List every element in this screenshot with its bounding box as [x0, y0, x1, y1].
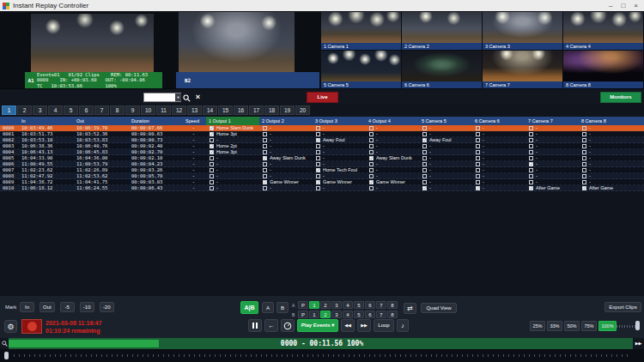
- zoom-slider-handle[interactable]: [635, 321, 640, 330]
- event-row-0010[interactable]: 001011:06:18.1211:06:24.5500:00:06.43---…: [0, 185, 644, 191]
- event-checkbox[interactable]: [422, 144, 427, 148]
- event-checkbox[interactable]: [582, 174, 586, 178]
- event-checkbox[interactable]: [582, 186, 586, 190]
- event-checkbox[interactable]: [369, 180, 374, 184]
- tab-7[interactable]: 7: [94, 106, 109, 115]
- event-checkbox[interactable]: [210, 174, 214, 178]
- record-button[interactable]: [21, 319, 42, 334]
- event-checkbox[interactable]: [582, 150, 586, 154]
- event-checkbox[interactable]: [422, 168, 427, 172]
- play-events-button[interactable]: Play Events ▾: [297, 319, 338, 332]
- monitor-a-video[interactable]: [31, 14, 154, 72]
- event-checkbox[interactable]: [369, 174, 374, 178]
- event-checkbox[interactable]: [529, 132, 533, 136]
- event-checkbox[interactable]: [263, 156, 267, 160]
- event-checkbox[interactable]: [369, 168, 374, 172]
- tape-button-Out[interactable]: Out: [39, 302, 55, 312]
- event-checkbox[interactable]: [582, 126, 586, 130]
- bankA-button-6[interactable]: 6: [365, 301, 375, 309]
- event-checkbox[interactable]: [582, 144, 586, 148]
- event-checkbox[interactable]: [263, 180, 267, 184]
- event-checkbox[interactable]: [529, 144, 533, 148]
- export-clips-button[interactable]: Export Clips: [605, 302, 641, 312]
- event-checkbox[interactable]: [369, 150, 374, 154]
- minimize-button[interactable]: –: [609, 2, 612, 9]
- event-checkbox[interactable]: [476, 162, 480, 166]
- event-checkbox[interactable]: [476, 168, 480, 172]
- event-checkbox[interactable]: [422, 162, 427, 166]
- event-checkbox[interactable]: [263, 162, 267, 166]
- event-checkbox[interactable]: [476, 144, 480, 148]
- event-checkbox[interactable]: [422, 150, 427, 154]
- camera-thumbnail-5[interactable]: 5 Camera 5: [321, 50, 402, 88]
- event-checkbox[interactable]: [422, 186, 427, 190]
- zoom-button-75[interactable]: 75%: [581, 321, 597, 331]
- clear-search-icon[interactable]: ×: [193, 93, 203, 102]
- event-checkbox[interactable]: [263, 186, 267, 190]
- camera-thumbnail-6[interactable]: 6 Camera 6: [402, 50, 483, 88]
- zoom-button-50[interactable]: 50%: [564, 321, 580, 331]
- timeline-zoom-icon[interactable]: [0, 338, 9, 349]
- ab-channel-button[interactable]: A|B: [240, 301, 258, 314]
- jog-dial-icon[interactable]: [281, 319, 295, 332]
- event-checkbox[interactable]: [529, 174, 533, 178]
- bankA-button-7[interactable]: 7: [376, 301, 386, 309]
- event-checkbox[interactable]: [369, 138, 374, 142]
- search-dropdown-arrow-icon[interactable]: ▼: [175, 94, 181, 101]
- tab-2[interactable]: 2: [17, 106, 32, 115]
- tab-13[interactable]: 13: [187, 106, 202, 115]
- tab-16[interactable]: 16: [234, 106, 248, 115]
- skip-next-icon[interactable]: ▶▶: [357, 319, 371, 332]
- event-checkbox[interactable]: [529, 126, 533, 130]
- event-checkbox[interactable]: [476, 186, 480, 190]
- event-checkbox[interactable]: [529, 138, 533, 142]
- bankB-button-2[interactable]: 2: [320, 311, 331, 318]
- monitors-button[interactable]: Monitors: [600, 92, 641, 103]
- event-checkbox[interactable]: [476, 156, 480, 160]
- tab-9[interactable]: 9: [125, 106, 140, 115]
- tab-14[interactable]: 14: [203, 106, 217, 115]
- tab-4[interactable]: 4: [48, 106, 63, 115]
- tab-12[interactable]: 12: [172, 106, 186, 115]
- event-checkbox[interactable]: [422, 156, 427, 160]
- event-checkbox[interactable]: [422, 126, 427, 130]
- event-checkbox[interactable]: [210, 138, 214, 142]
- event-checkbox[interactable]: [582, 162, 586, 166]
- bankB-button-3[interactable]: 3: [331, 311, 342, 318]
- event-checkbox[interactable]: [316, 162, 320, 166]
- event-checkbox[interactable]: [422, 180, 427, 184]
- event-checkbox[interactable]: [582, 156, 586, 160]
- tab-5[interactable]: 5: [64, 106, 78, 115]
- event-checkbox[interactable]: [263, 144, 267, 148]
- bankB-button-4[interactable]: 4: [343, 311, 353, 318]
- quad-view-button[interactable]: Quad View: [421, 303, 457, 313]
- tape-button-10[interactable]: -10: [80, 302, 94, 312]
- tape-button-20[interactable]: -20: [100, 302, 114, 312]
- search-icon[interactable]: [182, 93, 191, 102]
- close-button[interactable]: ×: [634, 2, 638, 9]
- event-checkbox[interactable]: [476, 180, 480, 184]
- playback-progress-bar[interactable]: 0000 - 00:11.56 100% ▶▶: [0, 338, 644, 349]
- event-checkbox[interactable]: [476, 132, 480, 136]
- loop-button[interactable]: Loop: [374, 319, 394, 332]
- tab-11[interactable]: 11: [156, 106, 171, 115]
- event-checkbox[interactable]: [316, 132, 320, 136]
- event-checkbox[interactable]: [263, 126, 267, 130]
- camera-thumbnail-2[interactable]: 2 Camera 2: [402, 11, 483, 50]
- event-checkbox[interactable]: [582, 180, 586, 184]
- event-checkbox[interactable]: [422, 138, 427, 142]
- camera-thumbnail-4[interactable]: 4 Camera 4: [563, 11, 644, 50]
- event-checkbox[interactable]: [263, 150, 267, 154]
- bankA-button-4[interactable]: 4: [343, 301, 353, 309]
- tab-19[interactable]: 19: [280, 106, 295, 115]
- event-checkbox[interactable]: [210, 144, 214, 148]
- event-checkbox[interactable]: [476, 150, 480, 154]
- bankB-button-1[interactable]: 1: [309, 311, 319, 318]
- event-checkbox[interactable]: [316, 144, 320, 148]
- event-checkbox[interactable]: [263, 138, 267, 142]
- ruler-position-handle[interactable]: [4, 352, 9, 359]
- camera-thumbnail-7[interactable]: 7 Camera 7: [483, 50, 563, 88]
- tab-3[interactable]: 3: [33, 106, 47, 115]
- event-checkbox[interactable]: [582, 138, 586, 142]
- tab-10[interactable]: 10: [141, 106, 155, 115]
